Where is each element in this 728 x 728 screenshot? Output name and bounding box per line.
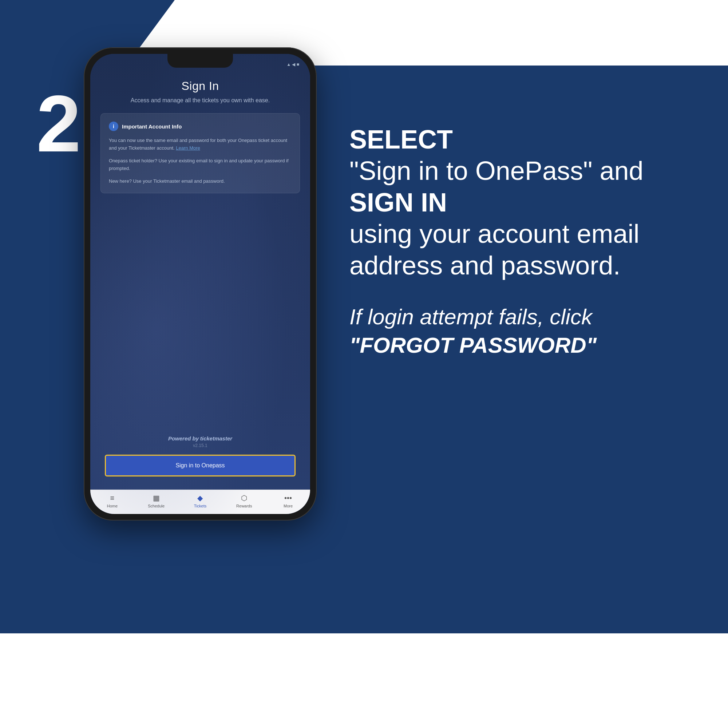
info-icon: i: [109, 122, 118, 131]
nav-home[interactable]: ≡ Home: [90, 494, 134, 508]
signin-text: using your account email address and pas…: [349, 219, 639, 280]
nav-more[interactable]: ••• More: [266, 494, 310, 508]
italic-prefix: If login attempt fails, click: [349, 305, 592, 329]
nav-schedule[interactable]: ▦ Schedule: [134, 494, 178, 508]
info-box-title-row: i Important Account Info: [109, 122, 292, 131]
bottom-nav: ≡ Home ▦ Schedule ◆ Tickets ⬡: [90, 489, 310, 514]
forgot-password-label: "FORGOT PASSWORD": [349, 333, 596, 358]
info-box: i Important Account Info You can now use…: [101, 113, 300, 193]
screen-bottom: Powered by ticketmaster v2.15.1 Sign in …: [90, 430, 310, 489]
home-icon: ≡: [110, 494, 115, 502]
phone-shell: ▲ ◀ ■ Sign In Access and manage all the …: [84, 47, 317, 520]
learn-more-link[interactable]: Learn More: [176, 145, 200, 151]
page-container: 2 ▲ ◀ ■ Sign In Access and manage all th…: [0, 0, 728, 728]
status-icons: ▲ ◀ ■: [286, 62, 299, 67]
info-box-text-2: Onepass ticket holder? Use your existing…: [109, 157, 292, 173]
nav-rewards[interactable]: ⬡ Rewards: [222, 494, 266, 508]
select-text: "Sign in to OnePass" and: [349, 156, 644, 185]
nav-more-label: More: [284, 504, 293, 508]
schedule-icon: ▦: [153, 494, 160, 502]
signin-to-onepass-button[interactable]: Sign in to Onepass: [105, 455, 295, 476]
signin-header: Sign In Access and manage all the ticket…: [90, 72, 310, 113]
phone-screen: ▲ ◀ ■ Sign In Access and manage all the …: [90, 54, 310, 514]
version-text: v2.15.1: [105, 443, 295, 448]
screen-spacer: [90, 193, 310, 430]
step-number: 2: [37, 84, 81, 164]
signin-label: SIGN IN: [349, 188, 447, 217]
rewards-icon: ⬡: [241, 494, 247, 502]
right-content: SELECT "Sign in to OnePass" and SIGN IN …: [349, 124, 677, 359]
nav-tickets[interactable]: ◆ Tickets: [178, 494, 222, 508]
nav-schedule-label: Schedule: [148, 504, 165, 508]
powered-by: Powered by ticketmaster: [105, 435, 295, 442]
tickets-icon: ◆: [197, 494, 203, 502]
more-icon: •••: [284, 494, 292, 502]
signin-subtitle: Access and manage all the tickets you ow…: [105, 96, 295, 104]
info-box-text-1: You can now use the same email and passw…: [109, 137, 292, 152]
phone-notch: [167, 54, 233, 68]
nav-rewards-label: Rewards: [236, 504, 252, 508]
nav-tickets-label: Tickets: [194, 504, 206, 508]
info-box-title: Important Account Info: [122, 123, 182, 130]
instruction-text: SELECT "Sign in to OnePass" and SIGN IN …: [349, 124, 648, 281]
info-box-text-3: New here? Use your Ticketmaster email an…: [109, 177, 292, 185]
screen-content: ▲ ◀ ■ Sign In Access and manage all the …: [90, 54, 310, 514]
signin-title: Sign In: [105, 80, 295, 93]
select-label: SELECT: [349, 125, 453, 154]
phone-mockup: ▲ ◀ ■ Sign In Access and manage all the …: [84, 47, 317, 520]
italic-instruction: If login attempt fails, click "FORGOT PA…: [349, 303, 648, 359]
nav-home-label: Home: [107, 504, 118, 508]
